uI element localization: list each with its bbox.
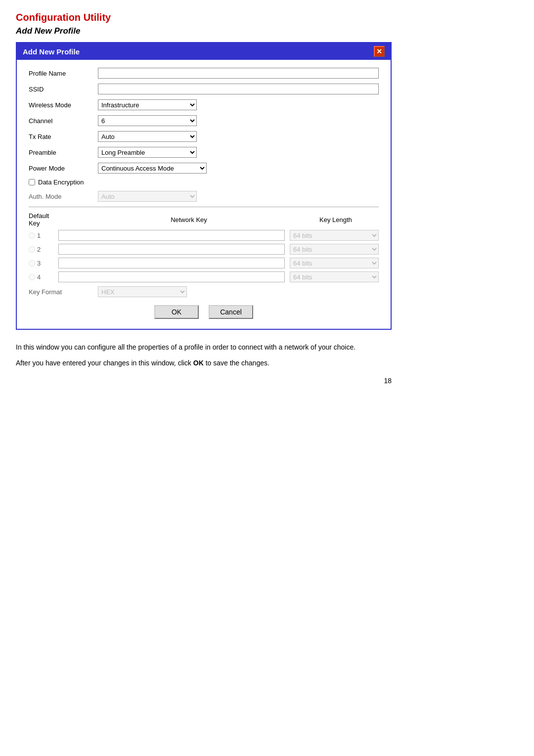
wireless-mode-control: Infrastructure Ad-hoc [98,99,379,110]
key3-length-select[interactable]: 64 bits128 bits [290,258,379,268]
dialog-titlebar: Add New Profile ✕ [17,43,391,60]
tx-rate-label: Tx Rate [29,133,98,140]
wireless-mode-row: Wireless Mode Infrastructure Ad-hoc [29,99,379,110]
channel-row: Channel 6 12345 7891011 [29,115,379,126]
key4-radio-label: 4 [29,273,58,281]
key3-network-input[interactable] [58,258,285,268]
data-encryption-label: Data Encryption [38,178,84,186]
key3-radio[interactable] [29,260,35,267]
key-format-row: Key Format HEXASCII [29,286,379,297]
key3-label: 3 [37,260,41,267]
description-paragraph1: In this window you can configure all the… [16,342,392,353]
profile-name-input[interactable] [98,68,379,79]
key-row-4: 4 64 bits128 bits [29,271,379,282]
channel-control: 6 12345 7891011 [98,115,379,126]
key4-label: 4 [37,273,41,281]
add-new-profile-dialog: Add New Profile ✕ Profile Name SSID Wire… [16,42,392,330]
key2-label: 2 [37,246,41,253]
page-title: Configuration Utility [16,12,518,23]
key4-length-select[interactable]: 64 bits128 bits [290,271,379,282]
data-encryption-row: Data Encryption [29,178,379,186]
keys-header-row: Default Key Network Key Key Length [29,212,379,227]
page-subtitle: Add New Profile [16,26,518,36]
key4-network-input[interactable] [58,271,285,282]
key2-radio[interactable] [29,246,35,253]
default-key-header: Default Key [29,212,58,227]
power-mode-select[interactable]: Continuous Access Mode Maximum Power Sav… [98,163,207,174]
auth-mode-select[interactable]: Auto Open SystemShared Key [98,191,197,202]
ssid-control [98,84,379,94]
ok-button[interactable]: OK [154,305,199,319]
dialog-title-text: Add New Profile [23,47,80,56]
preamble-select[interactable]: Long Preamble Short PreambleAuto [98,147,197,158]
key-format-select[interactable]: HEXASCII [98,286,187,297]
key2-length-select[interactable]: 64 bits128 bits [290,244,379,255]
key-row-1: 1 64 bits128 bits [29,230,379,241]
tx-rate-control: Auto 1 Mbps2 Mbps5.5 Mbps11 Mbps [98,131,379,142]
data-encryption-checkbox[interactable] [29,179,35,185]
key1-label: 1 [37,232,41,239]
dialog-close-button[interactable]: ✕ [374,46,385,57]
key2-radio-label: 2 [29,246,58,253]
dialog-body: Profile Name SSID Wireless Mode Infrastr… [17,60,391,329]
key4-radio[interactable] [29,274,35,280]
page-number: 18 [16,377,392,385]
wireless-mode-label: Wireless Mode [29,101,98,109]
tx-rate-select[interactable]: Auto 1 Mbps2 Mbps5.5 Mbps11 Mbps [98,131,197,142]
power-mode-control: Continuous Access Mode Maximum Power Sav… [98,163,379,174]
preamble-control: Long Preamble Short PreambleAuto [98,147,379,158]
description-p2-prefix: After you have entered your changes in t… [16,359,193,367]
key1-length-select[interactable]: 64 bits128 bits [290,230,379,241]
preamble-row: Preamble Long Preamble Short PreambleAut… [29,147,379,158]
channel-select[interactable]: 6 12345 7891011 [98,115,197,126]
preamble-label: Preamble [29,149,98,156]
ssid-label: SSID [29,86,98,93]
auth-mode-row: Auth. Mode Auto Open SystemShared Key [29,191,379,202]
key3-radio-label: 3 [29,260,58,267]
auth-mode-control: Auto Open SystemShared Key [98,191,379,202]
key1-radio-label: 1 [29,232,58,239]
ssid-row: SSID [29,84,379,94]
key2-network-input[interactable] [58,244,285,255]
cancel-button[interactable]: Cancel [209,305,253,319]
auth-mode-label: Auth. Mode [29,193,98,200]
channel-label: Channel [29,117,98,125]
network-key-header: Network Key [58,216,319,223]
key1-network-input[interactable] [58,230,285,241]
profile-name-label: Profile Name [29,70,98,77]
key-row-3: 3 64 bits128 bits [29,258,379,268]
section-divider [29,207,379,207]
power-mode-label: Power Mode [29,165,98,172]
close-icon: ✕ [376,47,382,55]
button-row: OK Cancel [29,305,379,319]
key-row-2: 2 64 bits128 bits [29,244,379,255]
wireless-mode-select[interactable]: Infrastructure Ad-hoc [98,99,197,110]
key1-radio[interactable] [29,232,35,239]
profile-name-row: Profile Name [29,68,379,79]
ssid-input[interactable] [98,84,379,94]
tx-rate-row: Tx Rate Auto 1 Mbps2 Mbps5.5 Mbps11 Mbps [29,131,379,142]
description-paragraph2: After you have entered your changes in t… [16,357,392,368]
description-p2-suffix: to save the changes. [204,359,269,367]
key-length-header: Key Length [319,216,379,223]
profile-name-control [98,68,379,79]
power-mode-row: Power Mode Continuous Access Mode Maximu… [29,163,379,174]
description-p2-bold: OK [193,359,204,367]
key-format-label: Key Format [29,288,98,296]
